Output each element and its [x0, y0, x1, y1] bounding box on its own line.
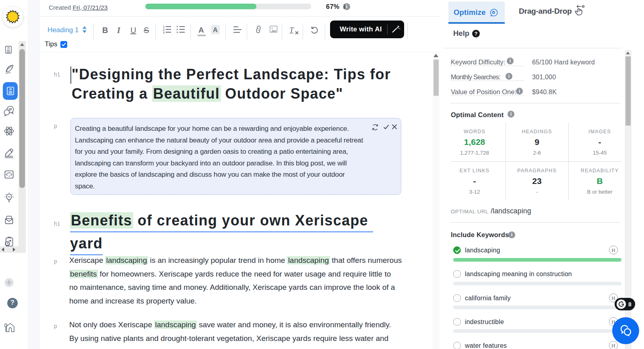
svg-text:AI: AI [7, 47, 10, 49]
svg-text:AI: AI [9, 88, 12, 91]
svg-text:A: A [213, 26, 218, 34]
svg-text:3: 3 [163, 31, 165, 34]
svg-text:2: 2 [163, 28, 165, 31]
